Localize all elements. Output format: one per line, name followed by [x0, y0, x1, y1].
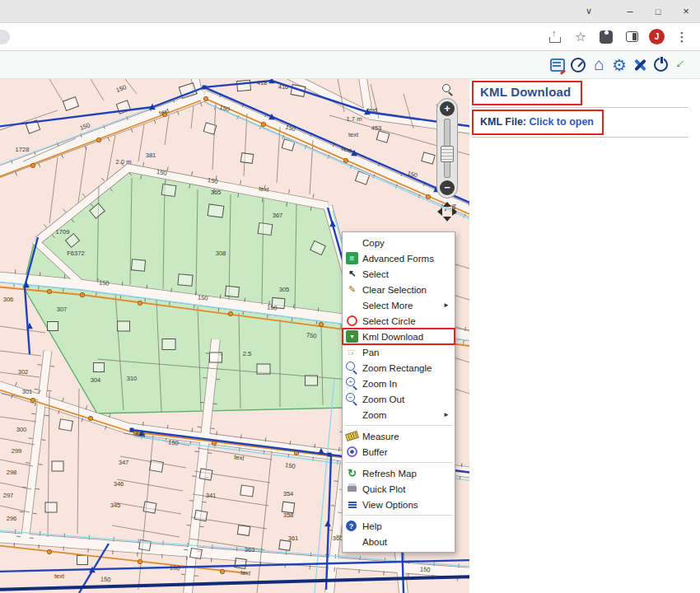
map-zoom-control: + − — [435, 82, 460, 222]
menu-item-zoom-out[interactable]: Zoom Out — [343, 391, 455, 407]
settings-gear-icon[interactable] — [610, 56, 628, 74]
divider — [472, 137, 688, 138]
browser-window: ∨ – □ × J 150418416texttext1.7 m453text1… — [0, 0, 700, 593]
menu-item-buffer[interactable]: Buffer — [343, 444, 455, 460]
addressbar-fragment — [0, 30, 10, 44]
dashboard-gauge-icon[interactable] — [569, 56, 587, 74]
menu-item-zoom-in[interactable]: Zoom In — [343, 376, 455, 391]
svg-text:367: 367 — [273, 212, 283, 219]
svg-text:354: 354 — [283, 490, 294, 497]
svg-text:text: text — [367, 106, 378, 114]
menu-item-pan[interactable]: Pan — [343, 344, 455, 360]
svg-text:358: 358 — [283, 511, 294, 519]
svg-text:150: 150 — [266, 303, 278, 311]
svg-text:150: 150 — [170, 564, 180, 572]
kml-file-open-link[interactable]: Click to open — [530, 116, 594, 128]
blank-icon — [346, 535, 358, 548]
svg-text:text: text — [348, 131, 359, 138]
menu-item-copy[interactable]: Copy — [343, 235, 455, 250]
share-icon[interactable] — [547, 29, 563, 45]
svg-text:2.0 m: 2.0 m — [116, 158, 132, 166]
svg-text:150: 150 — [156, 168, 167, 177]
minimize-button[interactable]: – — [616, 5, 644, 17]
menu-item-kml-download[interactable]: Kml Download — [343, 329, 455, 344]
svg-text:750: 750 — [306, 331, 317, 339]
zoom-rectangle-icon — [346, 362, 358, 374]
app-toolbar — [0, 51, 700, 79]
zoom-slider: + − — [436, 98, 458, 198]
pan-down-icon[interactable] — [443, 217, 451, 222]
svg-text:150: 150 — [207, 176, 218, 185]
svg-text:text: text — [54, 572, 65, 580]
zoom-out-button[interactable]: − — [440, 180, 455, 195]
home-icon[interactable] — [590, 56, 608, 74]
svg-text:296: 296 — [7, 515, 17, 522]
menu-kebab-icon[interactable] — [674, 29, 690, 45]
svg-text:150: 150 — [98, 278, 110, 287]
menu-item-clear-selection[interactable]: Clear Selection — [343, 282, 455, 297]
map-export-icon[interactable] — [672, 56, 690, 74]
svg-text:310: 310 — [127, 375, 138, 382]
menu-item-select-circle[interactable]: Select Circle — [343, 313, 455, 329]
zoom-search-icon[interactable] — [441, 82, 454, 96]
svg-text:299: 299 — [12, 447, 22, 455]
menu-item-select[interactable]: Select — [343, 266, 455, 282]
tools-icon[interactable] — [631, 56, 649, 74]
annotation-box-title: KML Download — [472, 81, 582, 105]
map-context-menu: Copy Advanced Forms Select Clear Selecti… — [342, 231, 455, 553]
pan-up-icon[interactable] — [443, 202, 451, 207]
pan-right-icon[interactable] — [452, 208, 457, 216]
zoom-track[interactable] — [444, 119, 450, 178]
pan-left-icon[interactable] — [437, 208, 442, 216]
zoom-out-icon — [346, 393, 358, 405]
svg-text:381: 381 — [146, 152, 156, 159]
zoom-in-button[interactable]: + — [440, 101, 455, 116]
menu-item-view-options[interactable]: View Options — [343, 497, 455, 512]
pan-control[interactable] — [437, 202, 457, 222]
svg-text:text: text — [259, 184, 270, 194]
pan-hand-icon — [346, 346, 358, 358]
maximize-button[interactable]: □ — [644, 7, 672, 16]
submenu-arrow-icon: ► — [443, 411, 450, 418]
blank-icon — [346, 409, 358, 421]
svg-text:418: 418 — [257, 79, 268, 86]
menu-item-zoom-rectangle[interactable]: Zoom Rectangle — [343, 360, 455, 376]
svg-text:298: 298 — [7, 469, 17, 476]
split-screen-icon[interactable] — [623, 29, 640, 45]
svg-text:453: 453 — [371, 124, 382, 132]
svg-text:346: 346 — [114, 480, 124, 488]
map-viewport[interactable]: 150418416texttext1.7 m453text15017282.0 … — [0, 79, 469, 593]
kml-download-icon — [346, 330, 358, 343]
pan-center-icon — [445, 209, 446, 211]
kml-download-panel: KML Download KML File: Click to open — [469, 79, 700, 593]
quick-plot-printer-icon — [346, 483, 358, 495]
notes-icon[interactable] — [548, 56, 567, 74]
profile-avatar[interactable]: J — [649, 29, 665, 44]
menu-item-measure[interactable]: Measure — [343, 428, 455, 444]
clear-selection-icon — [346, 283, 358, 296]
svg-text:301: 301 — [22, 388, 33, 395]
power-icon[interactable] — [651, 56, 670, 74]
close-button[interactable]: × — [672, 5, 700, 17]
zoom-handle[interactable] — [441, 146, 454, 162]
menu-item-help[interactable]: Help — [343, 518, 455, 534]
window-titlebar: ∨ – □ × — [0, 0, 700, 23]
bookmark-star-icon[interactable] — [572, 29, 589, 45]
menu-item-about[interactable]: About — [343, 534, 455, 549]
svg-text:307: 307 — [57, 306, 68, 313]
buffer-icon — [346, 446, 358, 458]
zoom-in-icon — [346, 377, 358, 390]
svg-text:361: 361 — [288, 535, 299, 542]
menu-item-refresh-map[interactable]: Refresh Map — [343, 465, 455, 481]
chevron-down-icon[interactable]: ∨ — [575, 6, 603, 16]
svg-text:304: 304 — [91, 376, 101, 384]
menu-item-zoom[interactable]: Zoom► — [343, 407, 455, 423]
svg-text:416: 416 — [278, 83, 289, 91]
svg-text:150: 150 — [100, 576, 111, 584]
extensions-icon[interactable] — [598, 29, 614, 45]
submenu-arrow-icon: ► — [443, 301, 450, 309]
menu-item-select-more[interactable]: Select More► — [343, 297, 455, 313]
menu-item-advanced-forms[interactable]: Advanced Forms — [343, 250, 455, 266]
menu-item-quick-plot[interactable]: Quick Plot — [343, 481, 455, 497]
svg-text:365: 365 — [211, 189, 222, 196]
